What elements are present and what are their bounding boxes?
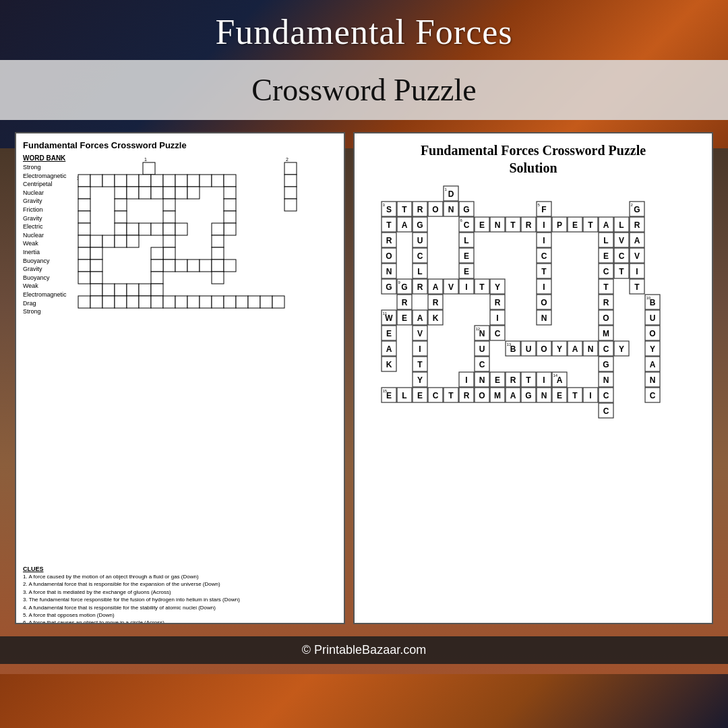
- svg-text:L: L: [417, 267, 422, 276]
- svg-text:O: O: [541, 344, 547, 354]
- svg-rect-8: [90, 175, 102, 187]
- svg-rect-79: [212, 272, 224, 284]
- word-bank-item: Electromagnetic: [23, 291, 77, 299]
- svg-text:T: T: [634, 282, 640, 292]
- svg-text:R: R: [433, 298, 439, 307]
- svg-text:Y: Y: [650, 344, 655, 354]
- svg-text:N: N: [541, 313, 547, 323]
- svg-rect-74: [224, 260, 236, 272]
- svg-text:P: P: [557, 220, 562, 230]
- svg-text:G: G: [386, 282, 392, 292]
- svg-text:T: T: [448, 391, 454, 400]
- clue-item: 4. A fundamental force that is responsib…: [23, 605, 337, 611]
- svg-rect-65: [212, 247, 224, 260]
- content-area: Fundamental Forces Crossword Puzzle WORD…: [15, 132, 713, 624]
- svg-text:G: G: [401, 282, 407, 292]
- svg-text:C: C: [495, 329, 501, 338]
- svg-text:V: V: [417, 329, 423, 338]
- svg-text:N: N: [479, 375, 485, 385]
- svg-rect-54: [90, 235, 102, 247]
- svg-rect-3: [284, 162, 297, 175]
- svg-rect-36: [284, 199, 297, 211]
- clue-item: 5. A force that opposes motion (Down): [23, 612, 337, 619]
- svg-rect-70: [175, 260, 187, 272]
- svg-rect-18: [212, 175, 224, 187]
- svg-rect-9: [102, 175, 115, 187]
- svg-text:K: K: [433, 313, 439, 323]
- svg-rect-71: [187, 260, 200, 272]
- svg-text:E: E: [495, 375, 500, 385]
- svg-text:A: A: [650, 360, 656, 369]
- svg-text:E: E: [557, 391, 562, 400]
- word-bank-list: Strong Electromagnetic Centripetal Nucle…: [23, 163, 77, 316]
- clue-item: 3. The fundamental force responsible for…: [23, 597, 337, 603]
- word-bank-item: Buoyancy: [23, 274, 77, 282]
- svg-rect-2: [143, 162, 155, 175]
- blank-crossword-grid: 1 2 3 4 5: [77, 154, 337, 411]
- svg-rect-23: [115, 187, 127, 199]
- svg-rect-78: [151, 272, 163, 284]
- svg-text:R: R: [510, 375, 516, 385]
- svg-text:N: N: [386, 267, 392, 276]
- footer: © PrintableBazaar.com: [0, 636, 728, 664]
- svg-rect-35: [224, 199, 236, 211]
- solution-title: Fundamental Forces Crossword Puzzle Solu…: [421, 142, 646, 177]
- svg-text:C: C: [603, 391, 609, 400]
- svg-text:L: L: [402, 391, 406, 400]
- svg-text:A: A: [634, 236, 640, 245]
- svg-rect-96: [175, 296, 187, 308]
- svg-text:10: 10: [646, 296, 651, 300]
- svg-rect-101: [236, 296, 248, 308]
- svg-rect-95: [163, 296, 175, 308]
- svg-rect-53: [78, 235, 90, 247]
- svg-text:T: T: [603, 282, 609, 292]
- svg-rect-67: [90, 260, 102, 272]
- svg-rect-22: [78, 187, 90, 199]
- svg-text:E: E: [386, 329, 392, 338]
- svg-rect-38: [115, 211, 127, 223]
- svg-text:I: I: [496, 313, 498, 323]
- svg-text:V: V: [619, 236, 624, 245]
- footer-text: © PrintableBazaar.com: [302, 643, 426, 657]
- clues-label: CLUES: [23, 566, 337, 572]
- svg-text:V: V: [634, 251, 640, 261]
- svg-rect-76: [78, 272, 90, 284]
- svg-text:F: F: [541, 205, 546, 214]
- svg-text:T: T: [572, 391, 578, 400]
- svg-rect-24: [127, 187, 139, 199]
- svg-rect-51: [212, 223, 224, 235]
- word-bank-item: Gravity: [23, 214, 77, 223]
- svg-rect-45: [139, 223, 151, 235]
- svg-rect-42: [78, 223, 90, 235]
- svg-text:L: L: [603, 236, 608, 245]
- svg-rect-11: [127, 175, 139, 187]
- svg-text:T: T: [588, 220, 593, 230]
- svg-rect-48: [175, 223, 187, 235]
- left-panel: Fundamental Forces Crossword Puzzle WORD…: [15, 132, 345, 624]
- svg-text:A: A: [402, 220, 408, 230]
- svg-text:11: 11: [383, 311, 388, 315]
- svg-text:R: R: [417, 282, 423, 292]
- svg-text:N: N: [495, 220, 501, 230]
- subtitle-title: Crossword Puzzle: [0, 72, 728, 108]
- svg-text:T: T: [619, 267, 624, 276]
- svg-text:I: I: [636, 267, 638, 276]
- svg-text:R: R: [417, 205, 423, 214]
- svg-text:Y: Y: [495, 282, 500, 292]
- word-bank-item: Electromagnetic: [23, 172, 77, 181]
- svg-text:Y: Y: [417, 375, 423, 385]
- svg-text:C: C: [464, 220, 470, 230]
- svg-rect-17: [200, 175, 212, 187]
- svg-rect-56: [115, 235, 127, 247]
- svg-rect-97: [187, 296, 200, 308]
- svg-text:C: C: [433, 391, 439, 400]
- svg-text:D: D: [448, 189, 454, 199]
- svg-rect-91: [115, 296, 127, 308]
- svg-rect-47: [163, 223, 175, 235]
- main-title: Fundamental Forces: [0, 12, 728, 52]
- svg-rect-94: [151, 296, 163, 308]
- svg-text:K: K: [386, 360, 392, 369]
- svg-rect-30: [224, 187, 236, 199]
- svg-rect-34: [163, 199, 175, 211]
- svg-rect-93: [139, 296, 151, 308]
